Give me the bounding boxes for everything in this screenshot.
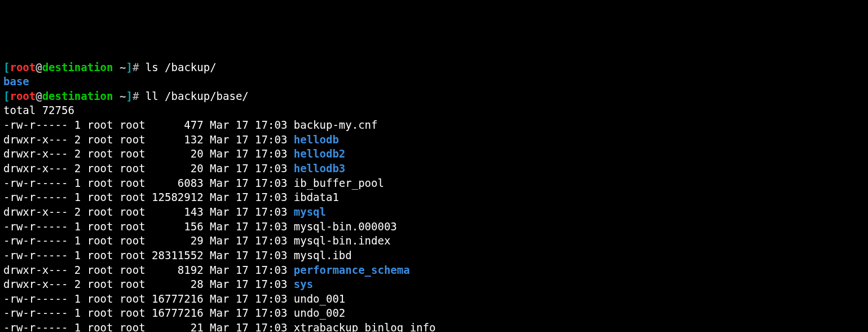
- prompt-bracket-open: [: [3, 90, 10, 102]
- listing-row: drwxr-x--- 2 root root 20 Mar 17 17:03 h…: [3, 147, 865, 161]
- prompt-user: root: [10, 90, 36, 102]
- listing-meta: -rw-r----- 1 root root 29 Mar 17 17:03: [3, 234, 294, 247]
- listing-meta: drwxr-x--- 2 root root 8192 Mar 17 17:03: [3, 264, 294, 276]
- command-text: ls /backup/: [146, 61, 217, 73]
- listing-filename: ib_buffer_pool: [294, 177, 384, 189]
- prompt-host: destination: [42, 90, 113, 102]
- command-text: ll /backup/base/: [146, 90, 249, 102]
- listing-meta: -rw-r----- 1 root root 12582912 Mar 17 1…: [3, 191, 294, 203]
- listing-row: -rw-r----- 1 root root 12582912 Mar 17 1…: [3, 190, 865, 205]
- listing-filename: mysql-bin.index: [294, 234, 391, 247]
- listing-row: drwxr-x--- 2 root root 132 Mar 17 17:03 …: [3, 133, 865, 147]
- listing-filename: undo_001: [294, 292, 346, 305]
- command-line: [root@destination ~]# ll /backup/base/: [3, 89, 865, 104]
- listing-meta: -rw-r----- 1 root root 16777216 Mar 17 1…: [3, 307, 294, 319]
- listing-row: drwxr-x--- 2 root root 28 Mar 17 17:03 s…: [3, 277, 865, 292]
- listing-filename: mysql.ibd: [294, 249, 352, 261]
- listing-row: -rw-r----- 1 root root 156 Mar 17 17:03 …: [3, 220, 865, 234]
- listing-row: -rw-r----- 1 root root 21 Mar 17 17:03 x…: [3, 321, 865, 332]
- listing-row: drwxr-x--- 2 root root 8192 Mar 17 17:03…: [3, 263, 865, 278]
- listing-filename: ibdata1: [294, 191, 339, 203]
- directory-name: base: [3, 75, 29, 88]
- prompt-path: ~: [120, 90, 126, 102]
- listing-meta: drwxr-x--- 2 root root 28 Mar 17 17:03: [3, 278, 294, 290]
- listing-row: -rw-r----- 1 root root 477 Mar 17 17:03 …: [3, 118, 865, 133]
- listing-filename: hellodb2: [294, 147, 346, 160]
- command-line: [root@destination ~]# ls /backup/: [3, 60, 865, 75]
- ls-output: base: [3, 75, 865, 89]
- listing-row: drwxr-x--- 2 root root 20 Mar 17 17:03 h…: [3, 161, 865, 176]
- listing-meta: -rw-r----- 1 root root 156 Mar 17 17:03: [3, 220, 294, 233]
- listing-filename: undo_002: [294, 307, 346, 319]
- listing-filename: hellodb3: [294, 162, 346, 174]
- listing-row: -rw-r----- 1 root root 16777216 Mar 17 1…: [3, 306, 865, 321]
- prompt-at: @: [36, 61, 42, 73]
- listing-filename: sys: [294, 278, 313, 290]
- prompt-user: root: [10, 61, 36, 73]
- prompt-bracket-close: ]: [126, 61, 132, 73]
- prompt-path: ~: [120, 61, 126, 73]
- prompt-at: @: [36, 90, 42, 102]
- listing-filename: performance_schema: [294, 264, 410, 276]
- prompt-host: destination: [42, 61, 113, 73]
- listing-row: -rw-r----- 1 root root 16777216 Mar 17 1…: [3, 292, 865, 307]
- prompt-bracket-close: ]: [126, 90, 132, 102]
- prompt-hash: #: [133, 61, 139, 73]
- listing-row: -rw-r----- 1 root root 29 Mar 17 17:03 m…: [3, 234, 865, 248]
- listing-row: -rw-r----- 1 root root 6083 Mar 17 17:03…: [3, 176, 865, 191]
- terminal-output[interactable]: [root@destination ~]# ls /backup/base[ro…: [3, 60, 865, 332]
- listing-meta: -rw-r----- 1 root root 6083 Mar 17 17:03: [3, 177, 294, 189]
- listing-meta: drwxr-x--- 2 root root 132 Mar 17 17:03: [3, 133, 294, 146]
- listing-filename: backup-my.cnf: [294, 119, 378, 131]
- listing-row: drwxr-x--- 2 root root 143 Mar 17 17:03 …: [3, 205, 865, 220]
- listing-row: -rw-r----- 1 root root 28311552 Mar 17 1…: [3, 248, 865, 263]
- listing-filename: mysql-bin.000003: [294, 220, 397, 233]
- listing-meta: drwxr-x--- 2 root root 20 Mar 17 17:03: [3, 147, 294, 160]
- prompt-hash: #: [133, 90, 139, 102]
- listing-filename: hellodb: [294, 133, 339, 146]
- listing-meta: -rw-r----- 1 root root 28311552 Mar 17 1…: [3, 249, 294, 261]
- listing-meta: -rw-r----- 1 root root 21 Mar 17 17:03: [3, 321, 294, 332]
- listing-meta: -rw-r----- 1 root root 477 Mar 17 17:03: [3, 119, 294, 131]
- listing-filename: xtrabackup_binlog_info: [294, 321, 436, 332]
- listing-meta: -rw-r----- 1 root root 16777216 Mar 17 1…: [3, 292, 294, 305]
- listing-filename: mysql: [294, 206, 326, 218]
- listing-meta: drwxr-x--- 2 root root 20 Mar 17 17:03: [3, 162, 294, 174]
- prompt-bracket-open: [: [3, 61, 10, 73]
- total-line: total 72756: [3, 103, 865, 118]
- listing-meta: drwxr-x--- 2 root root 143 Mar 17 17:03: [3, 206, 294, 218]
